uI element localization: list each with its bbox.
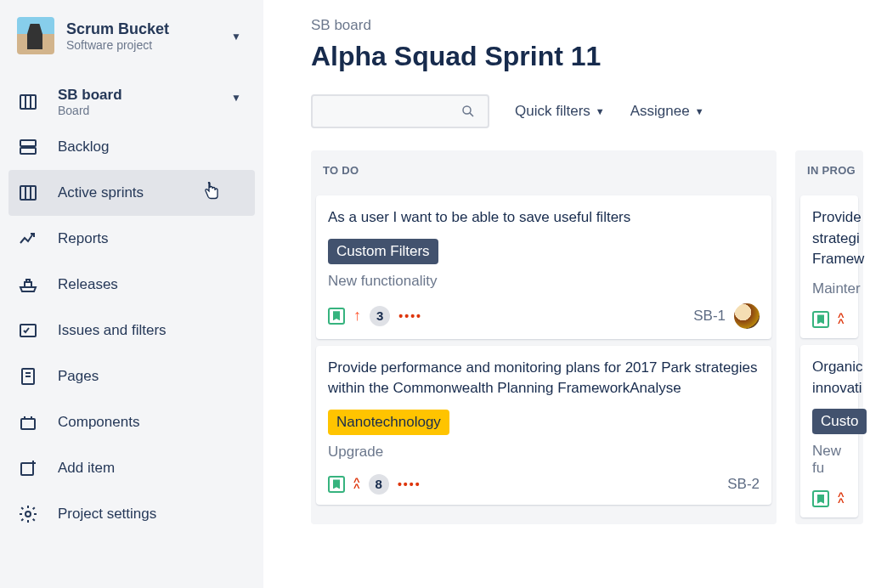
column-todo: TO DO As a user I want to be able to sav… [311, 150, 777, 524]
backlog-icon [17, 136, 39, 158]
chevron-down-icon: ▼ [695, 106, 704, 116]
sprint-title: Alpha Squad Sprint 11 [311, 41, 870, 72]
ship-icon [17, 274, 39, 296]
board-sub: Board [58, 104, 122, 117]
epic-tag[interactable]: Nanotechnology [328, 410, 449, 435]
nav-label: Issues and filters [58, 322, 167, 339]
nav-pages[interactable]: Pages [8, 353, 255, 399]
quick-filters-label: Quick filters [515, 103, 590, 120]
card-footer: ^^ [812, 490, 846, 507]
card-title: As a user I want to be able to save usef… [328, 207, 760, 229]
filters-row: Quick filters ▼ Assignee ▼ [311, 94, 870, 128]
project-switcher[interactable]: Scrum Bucket Software project ▼ [8, 17, 255, 66]
estimate-badge: 8 [369, 474, 389, 495]
nav-label: Components [58, 414, 139, 431]
pages-icon [17, 365, 39, 387]
story-type-icon [812, 311, 829, 328]
epic-tag[interactable]: Custom Filters [328, 239, 438, 264]
svg-rect-1 [20, 140, 36, 146]
priority-medium-icon: ↑ [353, 307, 361, 325]
svg-rect-6 [21, 419, 35, 429]
issue-key[interactable]: SB-2 [727, 476, 760, 493]
card-subtitle: Mainter [812, 280, 846, 297]
column-header: IN PROG [795, 150, 863, 190]
svg-point-9 [463, 106, 471, 114]
card-title: Organic innovati [812, 357, 846, 399]
card-subtitle: New fu [812, 443, 846, 477]
issues-icon [17, 319, 39, 342]
nav-reports[interactable]: Reports [8, 216, 255, 262]
priority-highest-icon: ^^ [353, 478, 360, 490]
nav-label: Add item [58, 460, 115, 477]
flag-dots-icon: •••• [398, 478, 421, 491]
quick-filters-dropdown[interactable]: Quick filters ▼ [515, 103, 605, 120]
board-selector[interactable]: SB board Board ▼ [8, 80, 255, 124]
nav-backlog[interactable]: Backlog [8, 124, 255, 170]
nav-components[interactable]: Components [8, 399, 255, 445]
priority-highest-icon: ^^ [838, 493, 845, 505]
assignee-dropdown[interactable]: Assignee ▼ [630, 103, 704, 120]
issue-card[interactable]: As a user I want to be able to save usef… [316, 195, 771, 339]
nav-issues-filters[interactable]: Issues and filters [8, 308, 255, 353]
breadcrumb[interactable]: SB board [311, 17, 870, 34]
story-type-icon [328, 476, 345, 493]
sidebar: Scrum Bucket Software project ▼ SB board… [0, 0, 263, 588]
add-icon [17, 457, 39, 479]
card-footer: ^^ 8 •••• SB-2 [328, 474, 760, 495]
chevron-down-icon: ▼ [596, 106, 605, 116]
card-title: Provide strategi Framew [812, 207, 846, 270]
nav-label: Backlog [58, 139, 109, 155]
issue-key[interactable]: SB-1 [693, 308, 726, 325]
project-name: Scrum Bucket [66, 20, 169, 38]
nav-label: Reports [58, 230, 109, 247]
svg-rect-4 [20, 325, 36, 336]
svg-rect-3 [20, 186, 36, 200]
story-type-icon [328, 308, 345, 325]
issue-card[interactable]: Organic innovati Custo New fu ^^ [800, 345, 858, 517]
issue-card[interactable]: Provide performance and monitoring plans… [316, 346, 771, 505]
nav-active-sprints[interactable]: Active sprints [8, 170, 255, 216]
chevron-down-icon: ▼ [231, 31, 241, 42]
card-subtitle: New functionality [328, 273, 760, 290]
svg-rect-7 [21, 463, 33, 475]
card-subtitle: Upgrade [328, 444, 760, 461]
reports-icon [17, 228, 39, 250]
story-type-icon [812, 490, 829, 507]
nav-label: Project settings [58, 506, 156, 523]
column-header: TO DO [311, 150, 777, 190]
svg-rect-0 [20, 95, 36, 109]
estimate-badge: 3 [370, 306, 390, 326]
assignee-label: Assignee [630, 103, 690, 120]
component-icon [17, 411, 39, 433]
search-input[interactable] [311, 94, 489, 128]
chevron-down-icon: ▼ [231, 92, 241, 104]
nav-releases[interactable]: Releases [8, 262, 255, 308]
nav-project-settings[interactable]: Project settings [8, 491, 255, 537]
board-icon [17, 182, 39, 204]
assignee-avatar[interactable] [734, 303, 760, 329]
svg-point-8 [25, 512, 31, 517]
card-title: Provide performance and monitoring plans… [328, 358, 760, 399]
flag-dots-icon: •••• [398, 309, 422, 323]
nav: SB board Board ▼ Backlog Active sprints [8, 80, 255, 537]
search-icon [460, 104, 476, 119]
priority-highest-icon: ^^ [838, 314, 845, 325]
gear-icon [17, 503, 39, 525]
board-name: SB board [58, 87, 122, 104]
card-footer: ^^ [812, 311, 846, 328]
main: SB board Alpha Squad Sprint 11 Quick fil… [263, 0, 870, 588]
card-footer: ↑ 3 •••• SB-1 [328, 303, 760, 329]
cursor-hand-icon [204, 182, 219, 205]
board-icon [17, 91, 39, 113]
epic-tag[interactable]: Custo [812, 409, 867, 434]
nav-label: Active sprints [58, 184, 144, 201]
svg-rect-2 [20, 148, 36, 154]
nav-label: Pages [58, 368, 99, 385]
project-avatar-icon [17, 17, 54, 54]
issue-card[interactable]: Provide strategi Framew Mainter ^^ [800, 195, 858, 338]
board: TO DO As a user I want to be able to sav… [311, 150, 870, 524]
project-type: Software project [66, 38, 169, 52]
nav-label: Releases [58, 276, 118, 293]
column-in-progress: IN PROG Provide strategi Framew Mainter … [795, 150, 863, 524]
nav-add-item[interactable]: Add item [8, 445, 255, 491]
